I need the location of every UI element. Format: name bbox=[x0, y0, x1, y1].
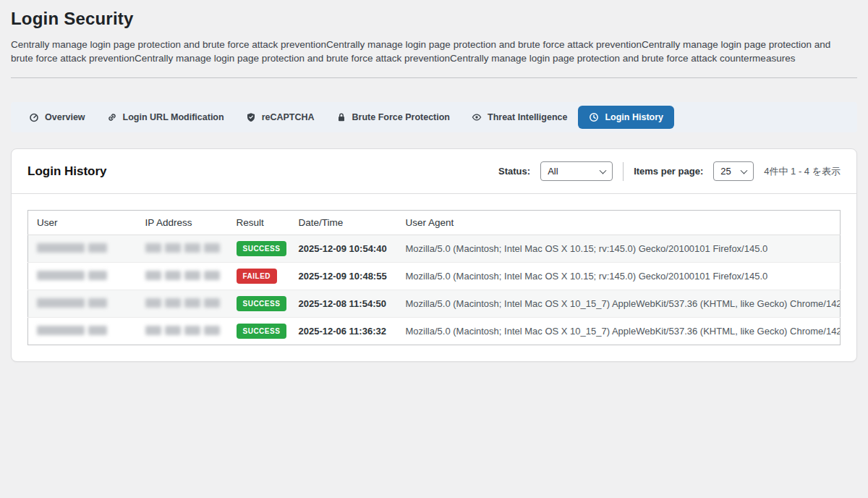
items-per-page-label: Items per page: bbox=[634, 166, 703, 177]
table-row: SUCCESS 2025-12-08 11:54:50 Mozilla/5.0 … bbox=[28, 290, 841, 318]
link-icon bbox=[107, 112, 117, 122]
tab-login-history[interactable]: Login History bbox=[578, 106, 674, 129]
redacted-user-value bbox=[37, 326, 107, 335]
result-badge: SUCCESS bbox=[237, 241, 287, 256]
tab-threat-intelligence[interactable]: Threat Intelligence bbox=[461, 106, 578, 129]
page: Login Security Centrally manage login pa… bbox=[0, 0, 868, 362]
column-header-user-agent: User Agent bbox=[397, 211, 841, 235]
items-per-page-wrap: 25 bbox=[713, 161, 754, 181]
column-header-ip-address: IP Address bbox=[137, 211, 228, 235]
table-header-row: User IP Address Result Date/Time User Ag… bbox=[28, 211, 841, 235]
status-filter-select[interactable]: All bbox=[540, 161, 613, 181]
table-row: SUCCESS 2025-12-09 10:54:40 Mozilla/5.0 … bbox=[28, 235, 841, 263]
shield-icon bbox=[246, 112, 256, 122]
datetime-value: 2025-12-06 11:36:32 bbox=[290, 318, 397, 345]
redacted-ip-value bbox=[145, 271, 220, 280]
result-badge: SUCCESS bbox=[237, 296, 287, 311]
user-agent-value: Mozilla/5.0 (Macintosh; Intel Mac OS X 1… bbox=[397, 318, 841, 345]
status-filter-label: Status: bbox=[498, 166, 530, 177]
dashboard-icon bbox=[29, 112, 39, 122]
redacted-user-value bbox=[37, 271, 107, 280]
card-controls: Status: All Items per page: 25 4件中 1 - 4… bbox=[498, 161, 841, 181]
header-divider bbox=[11, 77, 857, 78]
tab-login-url-modification[interactable]: Login URL Modification bbox=[96, 106, 235, 129]
lock-icon bbox=[336, 112, 346, 122]
card-header: Login History Status: All Items per page… bbox=[12, 149, 856, 194]
pagination-summary: 4件中 1 - 4 を表示 bbox=[764, 165, 841, 178]
user-agent-value: Mozilla/5.0 (Macintosh; Intel Mac OS X 1… bbox=[397, 290, 841, 318]
page-subtitle: Centrally manage login page protection a… bbox=[11, 38, 854, 65]
redacted-ip-value bbox=[145, 243, 220, 253]
login-history-table: User IP Address Result Date/Time User Ag… bbox=[27, 210, 841, 345]
table-row: FAILED 2025-12-09 10:48:55 Mozilla/5.0 (… bbox=[28, 263, 841, 290]
result-badge: SUCCESS bbox=[237, 324, 287, 339]
tab-label: Brute Force Protection bbox=[352, 112, 450, 122]
history-icon bbox=[589, 112, 599, 122]
tab-recaptcha[interactable]: reCAPTCHA bbox=[235, 106, 326, 129]
user-agent-value: Mozilla/5.0 (Macintosh; Intel Mac OS X 1… bbox=[397, 263, 841, 290]
items-per-page-select[interactable]: 25 bbox=[713, 161, 754, 181]
login-history-card: Login History Status: All Items per page… bbox=[11, 148, 857, 362]
datetime-value: 2025-12-08 11:54:50 bbox=[290, 290, 397, 318]
tab-bar: Overview Login URL Modification reCAPTCH… bbox=[11, 102, 857, 132]
tab-label: Overview bbox=[45, 112, 85, 122]
redacted-user-value bbox=[37, 298, 107, 308]
tab-label: Login History bbox=[605, 112, 663, 122]
controls-divider bbox=[623, 162, 624, 181]
table-row: SUCCESS 2025-12-06 11:36:32 Mozilla/5.0 … bbox=[28, 318, 841, 345]
redacted-user-value bbox=[37, 243, 107, 253]
tab-brute-force-protection[interactable]: Brute Force Protection bbox=[326, 106, 461, 129]
tab-label: Threat Intelligence bbox=[488, 112, 567, 122]
column-header-result: Result bbox=[228, 211, 290, 235]
tab-label: reCAPTCHA bbox=[262, 112, 315, 122]
user-agent-value: Mozilla/5.0 (Macintosh; Intel Mac OS X 1… bbox=[397, 235, 841, 263]
column-header-datetime: Date/Time bbox=[290, 211, 397, 235]
datetime-value: 2025-12-09 10:54:40 bbox=[290, 235, 397, 263]
card-body: User IP Address Result Date/Time User Ag… bbox=[12, 194, 856, 361]
column-header-user: User bbox=[28, 211, 137, 235]
page-title: Login Security bbox=[11, 0, 857, 29]
datetime-value: 2025-12-09 10:48:55 bbox=[290, 263, 397, 290]
redacted-ip-value bbox=[145, 298, 220, 308]
redacted-ip-value bbox=[145, 326, 220, 335]
tab-overview[interactable]: Overview bbox=[18, 106, 96, 129]
eye-icon bbox=[472, 112, 482, 122]
status-filter-wrap: All bbox=[540, 161, 613, 181]
result-badge: FAILED bbox=[237, 269, 278, 284]
card-title: Login History bbox=[27, 164, 107, 179]
tab-label: Login URL Modification bbox=[123, 112, 224, 122]
